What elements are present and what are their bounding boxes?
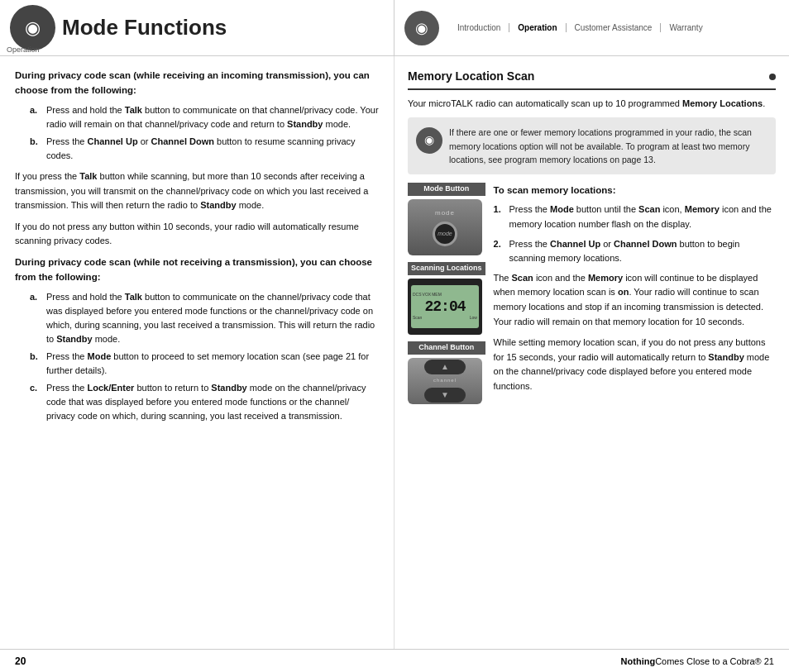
nav-customer-assistance[interactable]: Customer Assistance — [567, 23, 662, 32]
left-para2: If you do not press any button within 10… — [15, 220, 379, 249]
left-intro-bold: During privacy code scan (while receivin… — [15, 68, 379, 98]
scan-screen: DCS VOX MEM 22:04 Scan Low — [411, 285, 479, 328]
channel-button-device: ▲ channel ▼ — [408, 358, 482, 404]
list-text-2a: Press and hold the Talk button to commun… — [46, 290, 379, 346]
nav-operation[interactable]: Operation — [509, 23, 566, 32]
mode-button-label-tag: Mode Button — [408, 183, 485, 196]
scan-number: 22:04 — [424, 299, 465, 314]
instr-body2: While setting memory location scan, if y… — [494, 336, 776, 393]
cobra-logo-right — [404, 11, 439, 45]
channel-label-tag: Channel Button — [408, 341, 485, 355]
header-right: Introduction Operation Customer Assistan… — [394, 0, 789, 55]
list-label-1b: b. — [30, 135, 45, 163]
main-content: During privacy code scan (while receivin… — [0, 56, 789, 649]
instr-title: To scan memory locations: — [494, 183, 776, 198]
instr-item-1: 1. Press the Mode button until the Scan … — [494, 203, 776, 231]
cobra-logo-left — [10, 5, 55, 50]
left-column: During privacy code scan (while receivin… — [0, 56, 394, 649]
list-text-2b: Press the Mode button to proceed to set … — [46, 350, 379, 378]
scan-icons-row: DCS VOX MEM — [411, 292, 442, 298]
nav-introduction[interactable]: Introduction — [449, 23, 509, 32]
list-text-1b: Press the Channel Up or Channel Down but… — [46, 135, 379, 163]
list-item-2b: b. Press the Mode button to proceed to s… — [30, 350, 379, 378]
scan-label-tag: Scanning Locations — [408, 262, 485, 275]
channel-label: channel — [433, 377, 457, 384]
instr-text-1: Press the Mode button until the Scan ico… — [509, 203, 776, 231]
left-list-2: a. Press and hold the Talk button to com… — [30, 290, 379, 423]
scan-icon-vox: VOX — [423, 292, 432, 298]
page-number-left: 20 — [15, 655, 26, 667]
mode-label: mode — [435, 208, 455, 218]
list-text-1a: Press and hold the Talk button to commun… — [46, 103, 379, 131]
list-item-1b: b. Press the Channel Up or Channel Down … — [30, 135, 379, 163]
page-title: Mode Functions — [62, 15, 227, 41]
mode-button-device: mode mode — [408, 199, 482, 255]
list-label-2b: b. — [30, 350, 45, 378]
nav-warranty[interactable]: Warranty — [661, 23, 710, 32]
scan-bottom-left: Scan — [413, 315, 422, 322]
note-text: If there are one or fewer memory locatio… — [449, 126, 767, 166]
list-item-2c: c. Press the Lock/Enter button to return… — [30, 381, 379, 423]
left-para1: If you press the Talk button while scann… — [15, 169, 379, 213]
scan-display: DCS VOX MEM 22:04 Scan Low — [408, 279, 482, 335]
device-column: Mode Button mode mode Scanning Locations… — [408, 183, 485, 404]
right-column: Memory Location Scan Your microTALK radi… — [394, 56, 789, 649]
note-icon — [416, 127, 442, 154]
list-item-1a: a. Press and hold the Talk button to com… — [30, 103, 379, 131]
mode-button-inner: mode — [438, 230, 452, 239]
right-intro: Your microTALK radio can automatically s… — [408, 97, 776, 112]
operation-label: Operation — [7, 45, 40, 54]
section-title-dot — [769, 74, 776, 80]
page-footer: 20 NothingComes Close to a Cobra® 21 — [0, 649, 789, 672]
channel-down-arrow: ▼ — [424, 388, 466, 403]
note-box: If there are one or fewer memory locatio… — [408, 117, 776, 174]
instr-body: The Scan icon and the Memory icon will c… — [494, 271, 776, 329]
right-content-flex: Mode Button mode mode Scanning Locations… — [408, 183, 776, 404]
footer-tagline: NothingComes Close to a Cobra® 21 — [621, 656, 774, 666]
mode-button-circle: mode — [433, 222, 457, 246]
list-text-2c: Press the Lock/Enter button to return to… — [46, 381, 379, 423]
scan-icon-dcs: DCS — [413, 292, 422, 298]
list-item-2a: a. Press and hold the Talk button to com… — [30, 290, 379, 346]
header-nav: Introduction Operation Customer Assistan… — [449, 23, 711, 32]
list-label-2c: c. — [30, 381, 45, 423]
page-number-right: 21 — [764, 656, 774, 666]
channel-up-arrow: ▲ — [424, 360, 466, 374]
scan-icon-mem: MEM — [432, 292, 442, 298]
instr-text-2: Press the Channel Up or Channel Down but… — [509, 237, 776, 266]
left-heading2: During privacy code scan (while not rece… — [15, 255, 379, 285]
instructions-panel: To scan memory locations: 1. Press the M… — [494, 183, 776, 404]
list-label-1a: a. — [30, 103, 45, 131]
instr-num-1: 1. — [494, 203, 507, 231]
list-label-2a: a. — [30, 290, 45, 346]
left-list-1: a. Press and hold the Talk button to com… — [30, 103, 379, 163]
instr-item-2: 2. Press the Channel Up or Channel Down … — [494, 237, 776, 266]
scan-bottom-right: Low — [470, 315, 477, 322]
scan-bottom: Scan Low — [411, 315, 479, 322]
instr-num-2: 2. — [494, 237, 507, 266]
header-left: Mode Functions — [0, 0, 394, 55]
page-header: Mode Functions Introduction Operation Cu… — [0, 0, 789, 56]
section-title: Memory Location Scan — [408, 68, 776, 90]
